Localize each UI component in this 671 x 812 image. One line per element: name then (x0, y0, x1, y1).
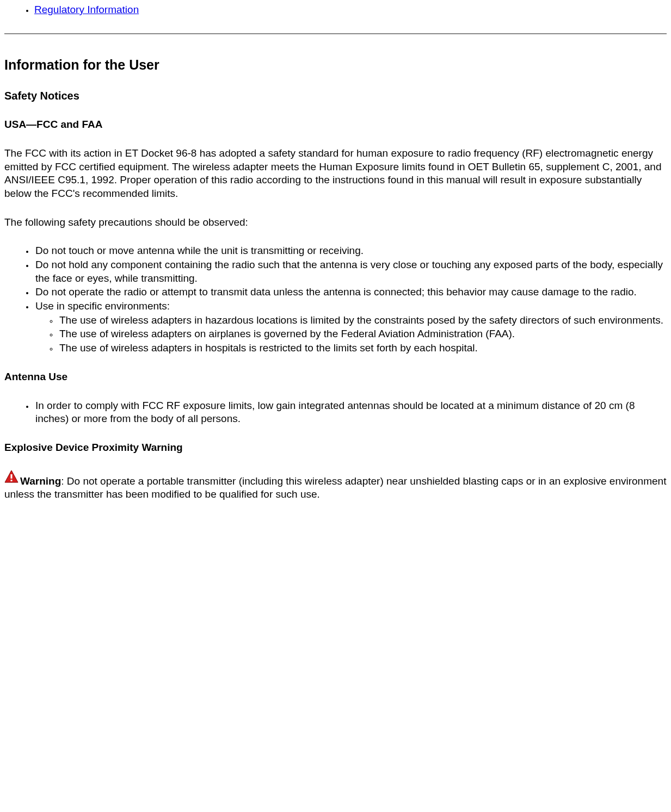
list-item: In order to comply with FCC RF exposure … (34, 399, 667, 426)
paragraph-precautions-intro: The following safety precautions should … (4, 216, 667, 230)
list-item: Do not hold any component containing the… (34, 258, 667, 285)
antenna-list: In order to comply with FCC RF exposure … (4, 399, 667, 426)
paragraph-fcc: The FCC with its action in ET Docket 96-… (4, 147, 667, 201)
warning-paragraph: Warning: Do not operate a portable trans… (4, 470, 667, 501)
heading-safety-notices: Safety Notices (4, 89, 667, 103)
nav-item: Regulatory Information (34, 3, 667, 17)
divider (4, 33, 667, 34)
warning-label: Warning (20, 475, 61, 486)
heading-information-for-user: Information for the User (4, 56, 667, 74)
list-item: Do not touch or move antenna while the u… (34, 244, 667, 258)
precautions-list: Do not touch or move antenna while the u… (4, 244, 667, 355)
svg-rect-2 (11, 480, 13, 481)
list-item: Use in specific environments: The use of… (34, 300, 667, 355)
regulatory-info-link[interactable]: Regulatory Information (34, 4, 139, 15)
svg-rect-1 (11, 474, 13, 479)
list-item-text: Use in specific environments: (35, 300, 170, 312)
list-item: The use of wireless adapters in hazardou… (58, 314, 667, 327)
list-item: Do not operate the radio or attempt to t… (34, 286, 667, 299)
heading-antenna-use: Antenna Use (4, 370, 667, 384)
warning-icon (4, 470, 19, 487)
list-item: The use of wireless adapters in hospital… (58, 342, 667, 355)
heading-explosive-warning: Explosive Device Proximity Warning (4, 441, 667, 455)
heading-usa-fcc-faa: USA—FCC and FAA (4, 118, 667, 132)
environments-sublist: The use of wireless adapters in hazardou… (35, 314, 667, 355)
warning-text: : Do not operate a portable transmitter … (4, 475, 666, 500)
list-item: The use of wireless adapters on airplane… (58, 327, 667, 341)
nav-list: Regulatory Information (4, 3, 667, 17)
